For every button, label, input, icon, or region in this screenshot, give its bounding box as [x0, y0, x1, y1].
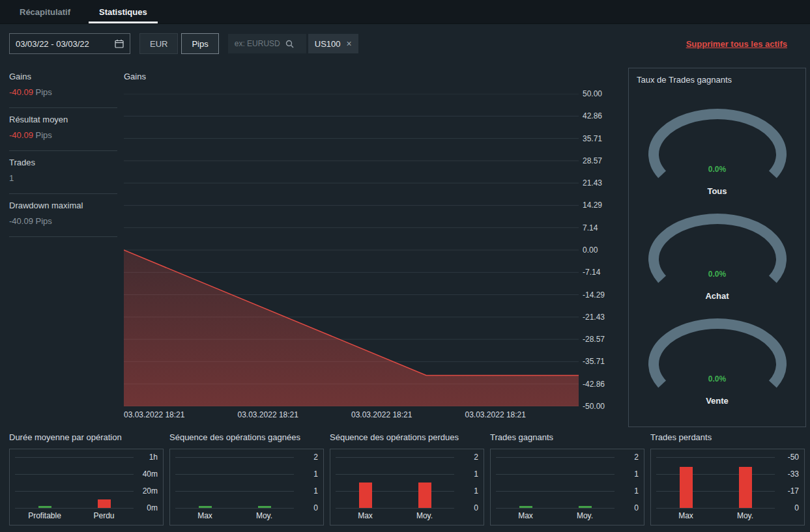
stat-value-line: -40.09 Pips — [9, 130, 117, 140]
gridline — [496, 491, 615, 492]
category-label: Profitable — [16, 511, 74, 520]
gains-y-axis: 50.0042.8635.7128.5721.4314.297.140.00-7… — [583, 89, 620, 411]
bar — [199, 506, 212, 508]
stat-value: -40.09 — [9, 87, 33, 97]
y-axis-tick: -28.57 — [583, 335, 620, 344]
gauge-arc-icon — [643, 212, 792, 290]
mini-chart-5: Trades perdants-50-33-170MaxMoy. — [650, 432, 805, 525]
mini-chart-plot: 2110MaxMoy. — [330, 449, 484, 525]
win-rate-title: Taux de Trades gagnants — [629, 68, 805, 85]
gauge-list: 0.0% Tous 0.0% Achat 0.0% Vente — [629, 85, 805, 422]
currency-button[interactable]: EUR — [139, 33, 178, 54]
y-tick-label: 1h — [134, 453, 158, 462]
mini-chart-plot: -50-33-170MaxMoy. — [650, 449, 805, 525]
y-tick-label: 1 — [455, 486, 478, 496]
gridline — [175, 474, 294, 475]
gridline — [496, 508, 615, 509]
gridline — [15, 457, 134, 458]
gains-chart-plot[interactable] — [124, 94, 579, 406]
y-axis-tick: -35.71 — [583, 357, 620, 366]
tab-recapitulatif[interactable]: Récapitulatif — [5, 0, 85, 23]
calendar-icon — [115, 39, 124, 48]
x-axis-label: 03.03.2022 18:21 — [238, 410, 352, 419]
gauge-vente: 0.0% Vente — [643, 317, 792, 406]
mini-chart-plot: 2110MaxMoy. — [169, 449, 324, 525]
asset-search[interactable] — [228, 34, 306, 53]
gridline — [15, 508, 134, 509]
y-axis-tick: 14.29 — [583, 201, 620, 210]
y-tick-label: -17 — [775, 486, 799, 496]
stat-label: Trades — [9, 158, 117, 167]
category-label: Max — [336, 511, 395, 520]
y-tick-label: 0 — [615, 503, 639, 512]
gridline — [656, 474, 775, 475]
y-tick-label: 2 — [615, 453, 639, 462]
gridline — [175, 508, 294, 509]
chip-close-icon[interactable]: × — [347, 38, 352, 49]
y-axis-tick: 35.71 — [583, 134, 620, 143]
gauge-achat: 0.0% Achat — [643, 212, 792, 301]
category-label: Moy. — [556, 511, 615, 520]
x-axis-label: 03.03.2022 18:21 — [124, 410, 238, 419]
y-tick-label: 1 — [295, 486, 318, 496]
mini-chart-title: Trades perdants — [650, 432, 805, 449]
bar — [258, 506, 271, 508]
asset-search-input[interactable] — [233, 38, 283, 49]
mini-chart-plot: 1h40m20m0mProfitablePerdu — [9, 449, 164, 525]
category-label: Moy. — [235, 511, 294, 520]
bar — [680, 467, 693, 508]
win-rate-panel: Taux de Trades gagnants 0.0% Tous 0.0% A… — [628, 68, 806, 427]
mini-chart-title: Séquence des opérations perdues — [330, 432, 484, 449]
y-tick-label: 0 — [295, 503, 318, 512]
bar — [519, 506, 532, 508]
stat-unit: Pips — [36, 87, 52, 97]
gains-x-axis: 03.03.2022 18:2103.03.2022 18:2103.03.20… — [124, 410, 579, 419]
gridline — [336, 457, 454, 458]
tab-statistiques[interactable]: Statistiques — [85, 0, 162, 23]
y-axis-tick: -7.14 — [583, 268, 620, 277]
y-axis-tick: 28.57 — [583, 156, 620, 165]
y-axis-tick: 7.14 — [583, 223, 620, 232]
mini-chart-title: Durée moyenne par opération — [9, 432, 164, 449]
gridline — [15, 491, 134, 492]
gridline — [656, 491, 775, 492]
bar — [739, 467, 752, 508]
y-axis-tick: -42.86 — [583, 380, 620, 389]
y-tick-label: 40m — [134, 469, 158, 479]
stat-value: -40.09 — [9, 130, 33, 140]
unit-switch-group: EUR Pips — [139, 33, 219, 54]
category-label: Max — [497, 511, 555, 520]
stat-unit: Pips — [36, 216, 52, 226]
remove-all-assets-link[interactable]: Supprimer tous les actifs — [686, 39, 787, 49]
gains-area-chart — [124, 94, 579, 406]
gauge-arc-icon — [643, 317, 792, 395]
x-axis-label: 03.03.2022 18:21 — [351, 410, 465, 419]
pips-button[interactable]: Pips — [181, 33, 218, 54]
stat-label: Résultat moyen — [9, 115, 117, 124]
stat-value-line: -40.09 Pips — [9, 87, 117, 97]
toolbar: 03/03/22 - 03/03/22 EUR Pips US100 — [0, 24, 810, 63]
bar — [38, 506, 51, 508]
gauge-label: Vente — [706, 396, 729, 406]
y-axis-tick: 0.00 — [583, 245, 620, 255]
gauge-arc-icon — [643, 107, 792, 186]
mini-chart-2: Séquence des opérations gagnées2110MaxMo… — [169, 432, 324, 525]
category-label: Moy. — [396, 511, 454, 520]
y-tick-label: 1 — [615, 469, 639, 479]
date-range-value: 03/03/22 - 03/03/22 — [16, 39, 89, 49]
gauge-value: 0.0% — [643, 270, 792, 279]
gridline — [175, 457, 294, 458]
gridline — [336, 474, 454, 475]
date-range-input[interactable]: 03/03/22 - 03/03/22 — [9, 33, 130, 54]
y-tick-label: 20m — [134, 486, 158, 496]
gauge-label: Achat — [705, 291, 729, 301]
y-tick-label: 1 — [295, 469, 318, 479]
stat-resultat-moyen: Résultat moyen -40.09 Pips — [9, 108, 117, 151]
asset-chip-us100[interactable]: US100 × — [308, 34, 358, 53]
asset-filter-group: US100 × — [228, 34, 358, 53]
stat-label: Drawdown maximal — [9, 201, 117, 210]
y-tick-label: 0 — [455, 503, 478, 512]
y-axis-tick: -14.29 — [583, 290, 620, 300]
y-axis-tick: -21.43 — [583, 313, 620, 322]
stat-trades: Trades 1 — [9, 151, 117, 194]
